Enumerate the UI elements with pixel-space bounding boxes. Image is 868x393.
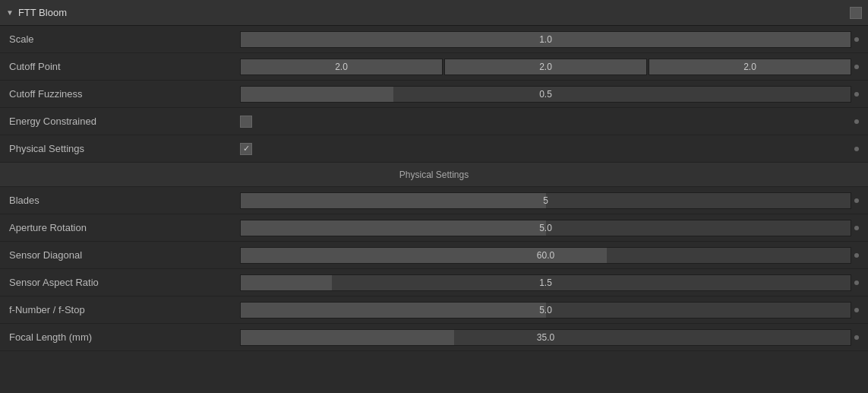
blades-slider[interactable]: 5: [240, 192, 851, 209]
sensor-diagonal-label: Sensor Diagonal: [0, 249, 240, 261]
energy-constrained-dot: [851, 119, 862, 124]
cutoff-point-row: Cutoff Point 2.0 2.0 2.0: [0, 53, 868, 81]
energy-constrained-label: Energy Constrained: [0, 116, 240, 127]
f-number-row: f-Number / f-Stop 5.0: [0, 296, 868, 324]
saspect-fill: [241, 275, 332, 290]
focal-length-value: 35.0: [537, 332, 554, 343]
sensor-aspect-ratio-control: 1.5: [240, 274, 851, 291]
blades-dot: [851, 198, 862, 203]
scale-slider[interactable]: 1.0: [240, 31, 851, 48]
physical-settings-header-text: Physical Settings: [399, 170, 469, 180]
cutoff-point-label: Cutoff Point: [0, 61, 240, 72]
aperture-rotation-row: Aperture Rotation 5.0: [0, 214, 868, 242]
cutoff-fuzziness-value: 0.5: [539, 89, 552, 100]
cutoff-fuzziness-dot-indicator: [854, 92, 859, 97]
cutoff-fuzziness-dot: [851, 92, 862, 97]
sensor-diagonal-slider[interactable]: 60.0: [240, 247, 851, 264]
collapse-arrow-icon[interactable]: ▼: [6, 8, 14, 17]
focal-length-slider[interactable]: 35.0: [240, 329, 851, 346]
focal-length-dot: [851, 335, 862, 340]
focal-length-label: Focal Length (mm): [0, 331, 240, 343]
energy-constrained-row: Energy Constrained: [0, 108, 868, 135]
sensor-aspect-ratio-row: Sensor Aspect Ratio 1.5: [0, 269, 868, 296]
aperture-rotation-value: 5.0: [539, 223, 552, 233]
sensor-aspect-ratio-dot: [851, 280, 862, 285]
aperture-rotation-label: Aperture Rotation: [0, 222, 240, 233]
panel-title: FTT Bloom: [18, 7, 67, 18]
f-number-label: f-Number / f-Stop: [0, 304, 240, 315]
cutoff-fuzziness-row: Cutoff Fuzziness 0.5: [0, 81, 868, 108]
cutoff-point-slider-1[interactable]: 2.0: [240, 59, 443, 75]
blades-control: 5: [240, 192, 851, 209]
sensor-diagonal-value: 60.0: [537, 250, 554, 261]
physical-settings-toggle-dot: [851, 147, 862, 151]
cutoff-point-slider-3[interactable]: 2.0: [649, 59, 851, 75]
sensor-aspect-ratio-dot-indicator: [854, 280, 859, 285]
physical-settings-toggle-control: [240, 143, 851, 155]
cutoff-point-control: 2.0 2.0 2.0: [240, 59, 851, 75]
sensor-aspect-ratio-label: Sensor Aspect Ratio: [0, 277, 240, 288]
sensor-aspect-ratio-slider[interactable]: 1.5: [240, 274, 851, 291]
sensor-diagonal-dot: [851, 253, 862, 258]
focal-fill: [241, 330, 454, 345]
focal-length-dot-indicator: [854, 335, 859, 340]
panel-header-left: ▼ FTT Bloom: [6, 7, 67, 18]
cutoff-fuzziness-label: Cutoff Fuzziness: [0, 88, 240, 100]
physical-settings-toggle-label: Physical Settings: [0, 143, 240, 154]
f-number-slider[interactable]: 5.0: [240, 302, 851, 319]
scale-label: Scale: [0, 33, 240, 45]
panel-body: Scale 1.0 Cutoff Point 2.0: [0, 26, 868, 393]
sensor-aspect-ratio-value: 1.5: [539, 277, 552, 288]
physical-settings-toggle-dot-indicator: [854, 147, 859, 151]
physical-settings-checkbox[interactable]: [240, 143, 252, 155]
cutoff-point-slider-2[interactable]: 2.0: [444, 59, 647, 75]
energy-constrained-control: [240, 116, 851, 128]
aperture-rotation-dot: [851, 226, 862, 230]
aperture-fill: [241, 220, 546, 236]
scale-value: 1.0: [539, 34, 552, 45]
focal-length-control: 35.0: [240, 329, 851, 346]
fuzziness-fill: [241, 87, 393, 102]
fnumber-fill: [241, 303, 546, 318]
aperture-rotation-slider[interactable]: 5.0: [240, 220, 851, 236]
cutoff-point-value-3: 2.0: [743, 62, 756, 72]
blades-row: Blades 5: [0, 187, 868, 214]
aperture-rotation-control: 5.0: [240, 220, 851, 236]
f-number-dot: [851, 308, 862, 312]
blades-label: Blades: [0, 195, 240, 206]
scale-control: 1.0: [240, 31, 851, 48]
energy-constrained-dot-indicator: [854, 119, 859, 124]
sensor-diagonal-dot-indicator: [854, 253, 859, 258]
blades-fill: [241, 193, 546, 208]
cutoff-point-value-2: 2.0: [539, 62, 552, 72]
scale-dot: [851, 37, 862, 42]
energy-constrained-checkbox[interactable]: [240, 116, 252, 128]
physical-settings-toggle-row: Physical Settings: [0, 135, 868, 163]
f-number-dot-indicator: [854, 308, 859, 312]
scale-row: Scale 1.0: [0, 26, 868, 53]
cutoff-point-value-1: 2.0: [335, 62, 348, 72]
aperture-rotation-dot-indicator: [854, 226, 859, 230]
cutoff-point-triple: 2.0 2.0 2.0: [240, 59, 851, 75]
sensor-diagonal-control: 60.0: [240, 247, 851, 264]
f-number-control: 5.0: [240, 302, 851, 319]
cutoff-point-dot: [851, 65, 862, 69]
scale-dot-indicator: [854, 37, 859, 42]
panel-enable-checkbox[interactable]: [850, 7, 862, 19]
ftt-bloom-panel: ▼ FTT Bloom Scale 1.0 Cutoff Point: [0, 0, 868, 393]
sensor-diagonal-row: Sensor Diagonal 60.0: [0, 242, 868, 269]
cutoff-point-dot-indicator: [854, 65, 859, 69]
blades-dot-indicator: [854, 198, 859, 203]
cutoff-fuzziness-slider[interactable]: 0.5: [240, 86, 851, 103]
cutoff-fuzziness-control: 0.5: [240, 86, 851, 103]
f-number-value: 5.0: [539, 305, 552, 315]
physical-settings-section-header: Physical Settings: [0, 163, 868, 187]
panel-header: ▼ FTT Bloom: [0, 0, 868, 26]
blades-value: 5: [543, 195, 548, 206]
focal-length-row: Focal Length (mm) 35.0: [0, 324, 868, 351]
